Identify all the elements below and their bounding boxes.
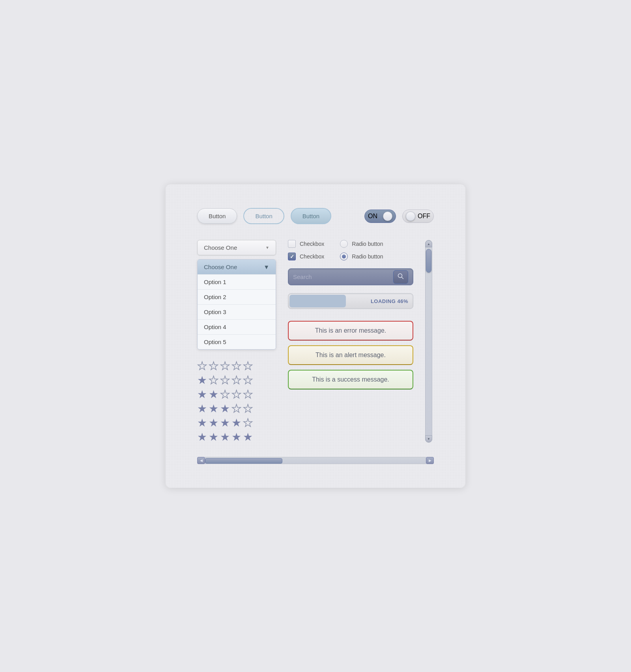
- star-row-3[interactable]: ★ ★ ★ ★ ★: [197, 403, 276, 414]
- chevron-down-icon-2: ▼: [263, 264, 269, 270]
- star-f1: ★: [197, 389, 207, 400]
- toggle-off-label: OFF: [418, 213, 430, 220]
- radio-group: Radio button Radio button: [340, 240, 383, 260]
- error-message: This is an error message.: [288, 321, 413, 341]
- star-row-4[interactable]: ★ ★ ★ ★ ★: [197, 417, 276, 429]
- progress-bar: [289, 295, 346, 307]
- star-row-0[interactable]: ★ ★ ★ ★ ★: [197, 361, 276, 372]
- star-f1: ★: [197, 432, 207, 443]
- dropdown-closed-label: Choose One: [204, 244, 237, 251]
- checkbox-box-empty: [288, 240, 296, 248]
- star-f3: ★: [220, 417, 230, 429]
- checkbox-unchecked[interactable]: Checkbox: [288, 240, 324, 248]
- star-f5: ★: [243, 432, 253, 443]
- hscroll-left-button[interactable]: ◀: [197, 457, 205, 464]
- search-button[interactable]: [393, 270, 408, 284]
- radio-checked[interactable]: Radio button: [340, 253, 383, 260]
- star-f4: ★: [231, 432, 241, 443]
- h-scrollbar-section: ◀ ▶: [197, 457, 434, 464]
- success-message: This is a success message.: [288, 370, 413, 389]
- star-f2: ★: [209, 403, 218, 414]
- checkbox-label-2: Checkbox: [300, 253, 324, 260]
- scrollbar-thumb[interactable]: [426, 249, 431, 273]
- checkbox-radio-row: Checkbox ✓ Checkbox Radio button: [288, 240, 413, 260]
- dropdown-closed[interactable]: Choose One ▼: [197, 240, 276, 255]
- star-2: ★: [209, 375, 218, 386]
- star-4: ★: [231, 375, 241, 386]
- star-5: ★: [243, 389, 253, 400]
- checkmark-icon: ✓: [290, 254, 294, 260]
- star-5: ★: [243, 417, 253, 429]
- star-f2: ★: [209, 432, 218, 443]
- dropdown-open: Choose One ▼ Option 1 Option 2 Option 3 …: [197, 259, 276, 350]
- toggle-off[interactable]: OFF: [402, 210, 434, 223]
- checkbox-group: Checkbox ✓ Checkbox: [288, 240, 324, 260]
- main-card: Button Button Button ON OFF Choose One ▼: [166, 184, 465, 488]
- star-row-1[interactable]: ★ ★ ★ ★ ★: [197, 375, 276, 386]
- toggle-on-label: ON: [368, 213, 377, 220]
- star-4: ★: [231, 403, 241, 414]
- scrollbar-down-button[interactable]: ▼: [425, 435, 432, 442]
- left-panel: Choose One ▼ Choose One ▼ Option 1 Optio…: [197, 240, 276, 443]
- radio-circle-empty: [340, 240, 348, 248]
- star-4: ★: [231, 361, 241, 372]
- star-f4: ★: [231, 417, 241, 429]
- star-5: ★: [243, 375, 253, 386]
- toggle-on[interactable]: ON: [364, 210, 396, 223]
- star-2: ★: [209, 361, 218, 372]
- radio-label-2: Radio button: [352, 253, 383, 260]
- radio-label-1: Radio button: [352, 241, 383, 247]
- star-3: ★: [220, 361, 230, 372]
- dropdown-option-4[interactable]: Option 4: [198, 319, 276, 334]
- search-bar: [288, 268, 413, 285]
- dropdown-header[interactable]: Choose One ▼: [198, 260, 276, 274]
- alert-text: This is an alert message.: [316, 352, 386, 358]
- dropdown-option-3[interactable]: Option 3: [198, 304, 276, 319]
- star-f2: ★: [209, 417, 218, 429]
- dropdown-option-1[interactable]: Option 1: [198, 274, 276, 289]
- toggle-knob-left: [406, 212, 415, 221]
- chevron-down-icon: ▼: [265, 245, 269, 250]
- hscroll-thumb[interactable]: [205, 458, 282, 464]
- message-section: This is an error message. This is an ale…: [288, 321, 413, 389]
- star-5: ★: [243, 361, 253, 372]
- alert-message: This is an alert message.: [288, 345, 413, 365]
- hscroll-right-button[interactable]: ▶: [426, 457, 434, 464]
- star-3: ★: [220, 375, 230, 386]
- radio-circle-checked: [340, 253, 348, 260]
- star-f3: ★: [220, 432, 230, 443]
- right-panel: ▲ ▼: [425, 240, 434, 443]
- star-row-5[interactable]: ★ ★ ★ ★ ★: [197, 432, 276, 443]
- progress-container: LOADING 46%: [288, 293, 413, 309]
- star-f2: ★: [209, 389, 218, 400]
- radio-dot: [342, 255, 346, 258]
- svg-line-1: [402, 277, 403, 279]
- buttons-row: Button Button Button ON OFF: [197, 208, 434, 224]
- button-2[interactable]: Button: [243, 208, 284, 224]
- success-text: This is a success message.: [312, 376, 389, 383]
- stars-section: ★ ★ ★ ★ ★ ★ ★ ★ ★ ★ ★ ★ ★: [197, 361, 276, 443]
- hscroll-track: [205, 457, 426, 464]
- toggle-knob: [383, 212, 392, 221]
- star-3: ★: [220, 389, 230, 400]
- scrollbar-track: ▲ ▼: [425, 240, 432, 443]
- toggle-group: ON OFF: [364, 210, 434, 223]
- star-f1: ★: [197, 417, 207, 429]
- error-text: This is an error message.: [315, 327, 386, 334]
- star-f1: ★: [197, 403, 207, 414]
- checkbox-checked[interactable]: ✓ Checkbox: [288, 253, 324, 260]
- radio-unchecked[interactable]: Radio button: [340, 240, 383, 248]
- star-row-2[interactable]: ★ ★ ★ ★ ★: [197, 389, 276, 400]
- star-5: ★: [243, 403, 253, 414]
- dropdown-option-2[interactable]: Option 2: [198, 289, 276, 304]
- checkbox-box-checked: ✓: [288, 253, 296, 260]
- button-3[interactable]: Button: [291, 208, 331, 224]
- dropdown-option-5[interactable]: Option 5: [198, 334, 276, 349]
- button-1[interactable]: Button: [197, 208, 237, 224]
- content-row: Choose One ▼ Choose One ▼ Option 1 Optio…: [197, 240, 434, 443]
- star-f3: ★: [220, 403, 230, 414]
- search-input[interactable]: [293, 269, 393, 285]
- star-1: ★: [197, 361, 207, 372]
- checkbox-label-1: Checkbox: [300, 241, 324, 247]
- scrollbar-up-button[interactable]: ▲: [425, 240, 432, 247]
